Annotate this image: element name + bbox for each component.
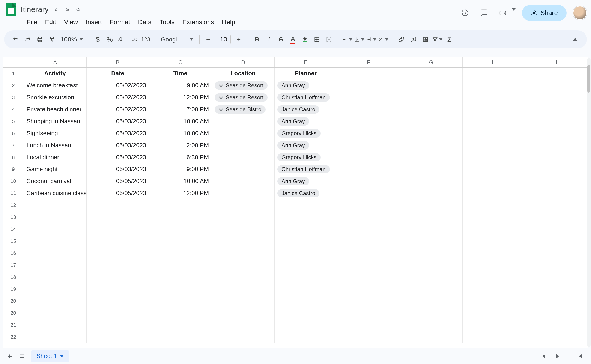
cell[interactable] bbox=[463, 331, 525, 343]
cell[interactable] bbox=[337, 259, 400, 271]
format-percent-button[interactable]: % bbox=[105, 34, 115, 45]
cell[interactable] bbox=[87, 319, 149, 331]
cell[interactable] bbox=[337, 151, 400, 163]
cell[interactable] bbox=[337, 139, 400, 151]
cell[interactable] bbox=[337, 331, 400, 343]
cell[interactable] bbox=[87, 223, 149, 235]
cell[interactable] bbox=[525, 104, 588, 115]
cell[interactable] bbox=[24, 199, 87, 211]
cell[interactable] bbox=[463, 91, 525, 103]
cell[interactable] bbox=[525, 271, 588, 283]
cell[interactable] bbox=[463, 175, 525, 187]
cell[interactable] bbox=[463, 223, 525, 235]
zoom-dropdown[interactable]: 100% bbox=[59, 36, 85, 43]
cell[interactable] bbox=[525, 187, 588, 199]
header-cell[interactable]: Time bbox=[149, 67, 212, 79]
person-chip[interactable]: Ann Gray bbox=[277, 117, 309, 126]
cell[interactable] bbox=[525, 307, 588, 319]
cell-activity[interactable]: Caribean cuisine class bbox=[24, 187, 87, 199]
cell[interactable] bbox=[212, 271, 275, 283]
person-chip[interactable]: Ann Gray bbox=[277, 141, 309, 150]
cell-planner[interactable]: Ann Gray bbox=[275, 139, 337, 151]
row-header[interactable]: 21 bbox=[3, 319, 24, 331]
paint-format-button[interactable] bbox=[47, 34, 57, 45]
insert-link-button[interactable] bbox=[396, 34, 407, 45]
cell-location[interactable] bbox=[212, 115, 275, 127]
col-header-c[interactable]: C bbox=[149, 57, 212, 67]
cell[interactable] bbox=[337, 247, 400, 259]
cell[interactable] bbox=[463, 295, 525, 307]
cell[interactable] bbox=[525, 235, 588, 247]
cell[interactable] bbox=[275, 283, 337, 295]
person-chip[interactable]: Ann Gray bbox=[277, 177, 309, 185]
cell[interactable] bbox=[275, 235, 337, 247]
cell[interactable] bbox=[337, 271, 400, 283]
cell[interactable] bbox=[400, 319, 463, 331]
cell[interactable] bbox=[400, 199, 463, 211]
row-header[interactable]: 5 bbox=[3, 115, 24, 127]
collapse-toolbar-button[interactable] bbox=[570, 34, 580, 45]
cell-planner[interactable]: Gregory Hicks bbox=[275, 151, 337, 163]
cell[interactable] bbox=[24, 307, 87, 319]
font-family-dropdown[interactable]: Googl… bbox=[159, 36, 196, 43]
cell[interactable] bbox=[337, 175, 400, 187]
cell[interactable] bbox=[463, 127, 525, 139]
row-header[interactable]: 14 bbox=[3, 223, 24, 235]
cell[interactable] bbox=[337, 67, 400, 79]
cell[interactable] bbox=[275, 295, 337, 307]
cell-date[interactable]: 05/02/2023 bbox=[87, 91, 149, 103]
cell[interactable] bbox=[87, 331, 149, 343]
cell-location[interactable]: Seaside Bistro bbox=[212, 104, 275, 115]
functions-button[interactable]: Σ bbox=[444, 34, 455, 45]
cell[interactable] bbox=[337, 115, 400, 127]
cell-location[interactable]: Seaside Resort bbox=[212, 79, 275, 91]
cell-activity[interactable]: Sightseeing bbox=[24, 127, 87, 139]
person-chip[interactable]: Janice Castro bbox=[277, 189, 320, 197]
cell[interactable] bbox=[212, 223, 275, 235]
cell[interactable] bbox=[24, 223, 87, 235]
format-currency-button[interactable]: $ bbox=[93, 34, 103, 45]
menu-file[interactable]: File bbox=[23, 17, 41, 27]
cell[interactable] bbox=[337, 307, 400, 319]
cell-activity[interactable]: Welcome breakfast bbox=[24, 79, 87, 91]
cell[interactable] bbox=[463, 247, 525, 259]
cell[interactable] bbox=[24, 211, 87, 223]
row-header[interactable]: 20 bbox=[3, 307, 24, 319]
cell-activity[interactable]: Coconut carnival bbox=[24, 175, 87, 187]
insert-comment-button[interactable] bbox=[408, 34, 419, 45]
cell-activity[interactable]: Shopping in Nassau bbox=[24, 115, 87, 127]
cell[interactable] bbox=[212, 247, 275, 259]
cell[interactable] bbox=[149, 235, 212, 247]
cell[interactable] bbox=[400, 163, 463, 175]
cell[interactable] bbox=[149, 319, 212, 331]
person-chip[interactable]: Christian Hoffman bbox=[277, 165, 330, 174]
cell[interactable] bbox=[463, 283, 525, 295]
cell-time[interactable]: 10:00 AM bbox=[149, 115, 212, 127]
increase-fontsize-button[interactable]: + bbox=[234, 34, 244, 45]
cell[interactable] bbox=[24, 271, 87, 283]
row-header[interactable]: 4 bbox=[3, 104, 24, 115]
cell[interactable] bbox=[400, 211, 463, 223]
person-chip[interactable]: Gregory Hicks bbox=[277, 129, 321, 137]
cell[interactable] bbox=[275, 211, 337, 223]
cell[interactable] bbox=[87, 247, 149, 259]
cell[interactable] bbox=[212, 331, 275, 343]
cell[interactable] bbox=[24, 331, 87, 343]
menu-view[interactable]: View bbox=[60, 17, 81, 27]
meet-icon[interactable] bbox=[497, 7, 509, 19]
cell[interactable] bbox=[337, 187, 400, 199]
cell[interactable] bbox=[337, 79, 400, 91]
scrollbar-thumb[interactable] bbox=[587, 65, 590, 93]
cell[interactable] bbox=[149, 283, 212, 295]
cell[interactable] bbox=[337, 91, 400, 103]
cell[interactable] bbox=[400, 247, 463, 259]
cell-planner[interactable]: Janice Castro bbox=[275, 187, 337, 199]
cell[interactable] bbox=[337, 283, 400, 295]
cell[interactable] bbox=[463, 319, 525, 331]
cell[interactable] bbox=[87, 259, 149, 271]
cell[interactable] bbox=[525, 139, 588, 151]
cell[interactable] bbox=[275, 259, 337, 271]
star-icon[interactable] bbox=[52, 6, 60, 13]
cell[interactable] bbox=[400, 151, 463, 163]
cell[interactable] bbox=[400, 67, 463, 79]
